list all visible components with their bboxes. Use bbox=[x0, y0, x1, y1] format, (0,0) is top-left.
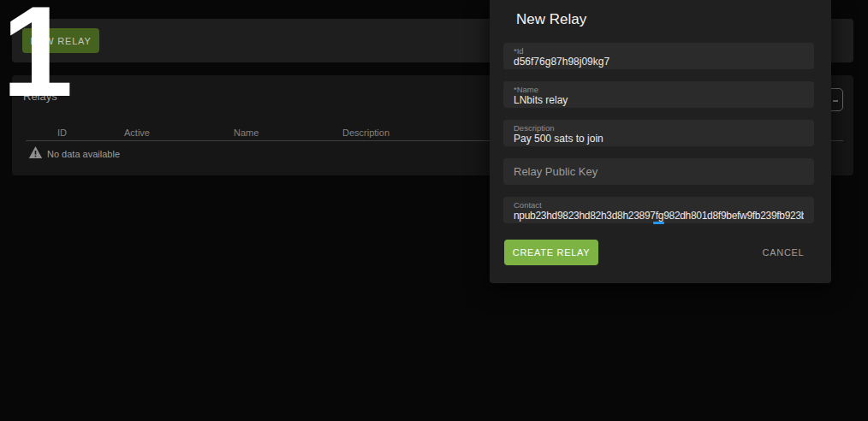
create-relay-button[interactable]: CREATE RELAY bbox=[504, 240, 598, 265]
name-field[interactable]: *Name LNbits relay bbox=[503, 81, 814, 108]
id-field[interactable]: *Id d56f76g87h98j09kg7 bbox=[503, 43, 814, 69]
description-field-label: Description bbox=[514, 123, 804, 133]
id-field-value[interactable]: d56f76g87h98j09kg7 bbox=[514, 56, 804, 68]
new-relay-dialog: New Relay *Id d56f76g87h98j09kg7 *Name L… bbox=[490, 0, 831, 283]
contact-field[interactable]: Contact npub23hd9823hd82h3d8h23897fg982d… bbox=[503, 197, 814, 223]
action-icon bbox=[833, 100, 838, 102]
step-annotation-number: 1 bbox=[2, 0, 73, 116]
empty-table-message: No data available bbox=[47, 149, 120, 159]
contact-field-value[interactable]: npub23hd9823hd82h3d8h23897fg982dh801d8f9… bbox=[514, 210, 804, 222]
cancel-button[interactable]: CANCEL bbox=[752, 240, 815, 264]
table-header-name: Name bbox=[234, 127, 259, 138]
name-field-label: *Name bbox=[514, 85, 804, 94]
description-field[interactable]: Description Pay 500 sats to join bbox=[503, 120, 814, 146]
focus-underline bbox=[653, 222, 664, 224]
table-header-description: Description bbox=[342, 127, 389, 138]
warning-icon bbox=[28, 145, 43, 159]
name-field-value[interactable]: LNbits relay bbox=[514, 94, 804, 107]
contact-field-label: Contact bbox=[514, 200, 804, 210]
id-field-label: *Id bbox=[514, 46, 804, 56]
table-header-active: Active bbox=[124, 127, 150, 138]
dialog-title: New Relay bbox=[516, 11, 586, 28]
description-field-value[interactable]: Pay 500 sats to join bbox=[514, 133, 804, 145]
relay-public-key-field[interactable]: Relay Public Key bbox=[503, 158, 814, 185]
table-header-id: ID bbox=[57, 127, 67, 138]
relay-public-key-placeholder: Relay Public Key bbox=[514, 165, 597, 178]
